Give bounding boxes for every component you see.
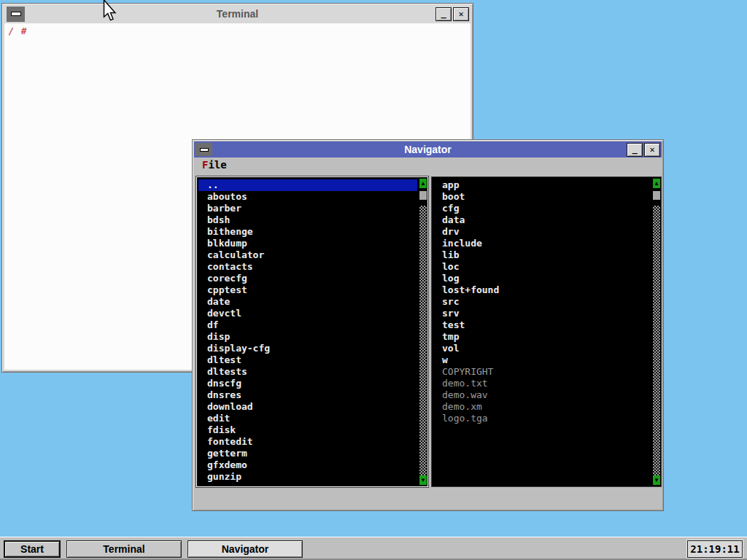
file-list-left: ..aboutosbarberbdshbithengeblkdumpcalcul… <box>198 179 417 484</box>
taskbar-button-terminal[interactable]: Terminal <box>66 540 182 558</box>
minimize-icon: _ <box>441 8 446 18</box>
scroll-up-icon[interactable]: ▲ <box>653 179 660 188</box>
navigator-minimize-button[interactable]: _ <box>627 143 643 157</box>
menu-bar: File <box>194 158 662 171</box>
list-item[interactable]: corecfg <box>198 273 417 284</box>
menu-file-rest: ile <box>208 159 226 171</box>
list-item[interactable]: df <box>198 319 417 331</box>
list-item[interactable]: srv <box>433 308 651 319</box>
scroll-up-icon[interactable]: ▲ <box>419 179 427 188</box>
taskbar: Start Terminal Navigator 21:19:11 <box>0 537 747 560</box>
navigator-title: Navigator <box>194 144 662 155</box>
close-icon: ✕ <box>458 9 463 19</box>
list-item[interactable]: demo.xm <box>433 401 651 413</box>
list-item[interactable]: log <box>433 273 651 284</box>
list-item[interactable]: calculator <box>198 249 417 261</box>
list-item[interactable]: dltests <box>198 366 417 378</box>
list-item[interactable]: date <box>198 296 417 308</box>
list-item[interactable]: aboutos <box>198 191 417 203</box>
list-item[interactable]: contacts <box>198 261 417 273</box>
clock: 21:19:11 <box>687 540 743 558</box>
list-item[interactable]: display-cfg <box>198 343 417 354</box>
terminal-controls: _ ✕ <box>436 7 469 21</box>
list-item[interactable]: fontedit <box>198 436 417 448</box>
list-item[interactable]: edit <box>198 413 417 424</box>
list-item[interactable]: gunzip <box>198 471 417 483</box>
list-item[interactable]: devctl <box>198 308 417 319</box>
scrollbar-track[interactable] <box>653 206 660 475</box>
list-item[interactable]: tmp <box>433 331 651 343</box>
terminal-minimize-button[interactable]: _ <box>436 7 452 21</box>
navigator-window: Navigator _ ✕ File ..aboutosbarberbdshbi… <box>192 139 664 511</box>
terminal-titlebar[interactable]: Terminal _ ✕ <box>4 5 471 23</box>
navigator-controls: _ ✕ <box>627 143 660 157</box>
list-item[interactable]: include <box>433 238 651 249</box>
file-panel-right: appbootcfgdatadrvincludeliblocloglost+fo… <box>431 176 662 487</box>
list-item[interactable]: src <box>433 296 651 308</box>
scroll-down-icon[interactable]: ▼ <box>653 475 660 485</box>
menu-file[interactable]: File <box>194 159 227 171</box>
list-item[interactable]: w <box>433 354 651 366</box>
list-item[interactable]: boot <box>433 191 651 203</box>
terminal-close-button[interactable]: ✕ <box>453 7 469 21</box>
window-menu-icon <box>200 148 209 152</box>
scrollbar-right[interactable]: ▲ ▼ <box>653 179 660 485</box>
list-item[interactable]: getterm <box>198 448 417 459</box>
list-item[interactable]: demo.wav <box>433 389 651 401</box>
terminal-title: Terminal <box>4 8 471 20</box>
list-item[interactable]: vol <box>433 343 651 354</box>
list-item[interactable]: lost+found <box>433 284 651 296</box>
list-item[interactable]: cfg <box>433 203 651 214</box>
file-panel-left: ..aboutosbarberbdshbithengeblkdumpcalcul… <box>196 176 428 487</box>
list-item[interactable]: blkdump <box>198 238 417 249</box>
list-item[interactable]: demo.txt <box>433 378 651 389</box>
list-item[interactable]: logo.tga <box>433 413 651 424</box>
list-item[interactable]: disp <box>198 331 417 343</box>
list-item[interactable]: data <box>433 214 651 226</box>
list-item[interactable]: dnsres <box>198 389 417 401</box>
scrollbar-left[interactable]: ▲ ▼ <box>419 179 427 485</box>
terminal-window-menu-button[interactable] <box>7 7 25 22</box>
list-item[interactable]: COPYRIGHT <box>433 366 651 378</box>
list-item[interactable]: lib <box>433 249 651 261</box>
list-item[interactable]: cpptest <box>198 284 417 296</box>
list-item[interactable]: .. <box>198 179 417 191</box>
list-item[interactable]: test <box>433 319 651 331</box>
close-icon: ✕ <box>649 144 654 155</box>
list-item[interactable]: barber <box>198 203 417 214</box>
list-item[interactable]: download <box>198 401 417 413</box>
minimize-icon: _ <box>632 144 637 154</box>
list-item[interactable]: bdsh <box>198 214 417 226</box>
file-list-right: appbootcfgdatadrvincludeliblocloglost+fo… <box>433 179 651 484</box>
scrollbar-thumb[interactable] <box>653 191 660 200</box>
list-item[interactable]: app <box>433 179 651 191</box>
navigator-close-button[interactable]: ✕ <box>644 143 660 157</box>
window-menu-icon <box>11 12 21 16</box>
desktop: { "desktop": { "background_color": "#7CC… <box>0 0 747 560</box>
scrollbar-track[interactable] <box>419 206 427 475</box>
start-button[interactable]: Start <box>4 540 61 558</box>
list-item[interactable]: loc <box>433 261 651 273</box>
taskbar-button-navigator[interactable]: Navigator <box>187 540 303 558</box>
list-item[interactable]: gfxdemo <box>198 459 417 471</box>
navigator-window-menu-button[interactable] <box>196 143 212 156</box>
list-item[interactable]: fdisk <box>198 424 417 436</box>
list-item[interactable]: dnscfg <box>198 378 417 389</box>
terminal-prompt: / # <box>8 26 27 36</box>
scroll-down-icon[interactable]: ▼ <box>419 475 427 485</box>
scrollbar-thumb[interactable] <box>419 191 427 200</box>
navigator-titlebar[interactable]: Navigator _ ✕ <box>194 141 662 158</box>
list-item[interactable]: dltest <box>198 354 417 366</box>
list-item[interactable]: bithenge <box>198 226 417 238</box>
list-item[interactable]: drv <box>433 226 651 238</box>
